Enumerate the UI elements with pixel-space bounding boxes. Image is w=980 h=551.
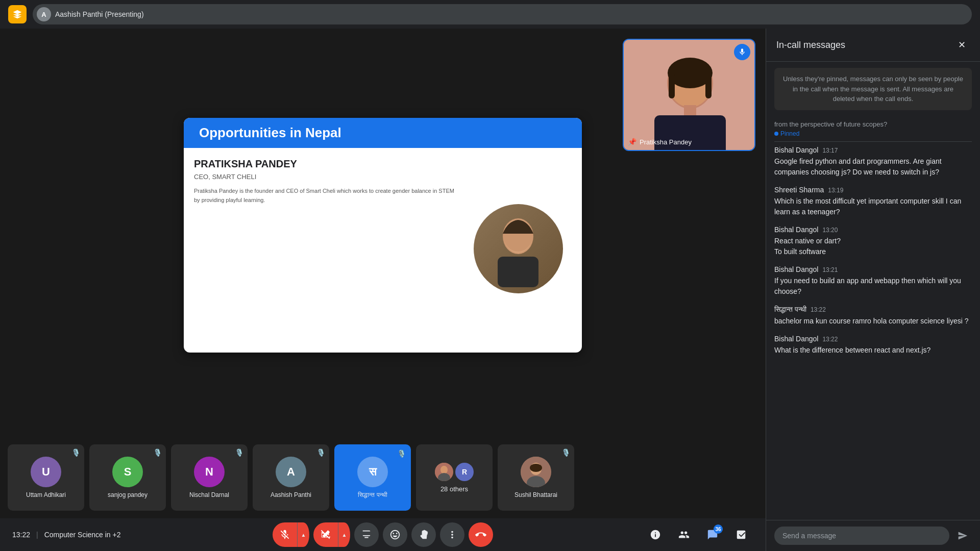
- chat-button[interactable]: 36: [700, 522, 725, 547]
- app-logo: [8, 5, 27, 23]
- svg-rect-9: [669, 73, 675, 98]
- slide-text: PRATIKSHA PANDEY CEO, SMART CHELI Pratik…: [194, 158, 459, 339]
- time-5: 13:22: [822, 336, 838, 343]
- chat-msg-header-4: सिद्धान्त पन्थी 13:22: [774, 305, 972, 314]
- meeting-time: 13:22: [12, 531, 30, 539]
- cam-button[interactable]: [313, 522, 338, 547]
- others-avatars-group: R: [435, 463, 474, 481]
- pin-dot: [774, 132, 778, 136]
- chat-badge: 36: [714, 524, 723, 534]
- sender-0: Bishal Dangol: [774, 146, 818, 154]
- chat-msg-header-3: Bishal Dangol 13:21: [774, 265, 972, 273]
- pinned-indicator: Pinned: [774, 130, 972, 137]
- text-3: If you need to build an app and webapp t…: [774, 276, 972, 297]
- name-sanjog: sanjog pandey: [108, 491, 148, 498]
- mic-control-group[interactable]: ▲: [273, 522, 309, 547]
- partial-message: from the perspective of future scopes? P…: [774, 120, 972, 142]
- bottom-controls: ▲ ▲: [273, 522, 493, 547]
- chat-message-0: Bishal Dangol 13:17 Google fired python …: [774, 146, 972, 178]
- presentation-wrapper: Opportunities in Nepal PRATIKSHA PANDEY …: [0, 29, 766, 437]
- participant-video-inner: [624, 40, 754, 150]
- pinned-label: Pinned: [780, 130, 799, 137]
- main-content: Opportunities in Nepal PRATIKSHA PANDEY …: [0, 29, 980, 551]
- mic-active-icon: [734, 44, 750, 60]
- chat-message-2: Bishal Dangol 13:20 React native or dart…: [774, 226, 972, 257]
- name-aashish: Aashish Panthi: [271, 491, 311, 498]
- chat-input[interactable]: [774, 527, 949, 545]
- chat-close-button[interactable]: ✕: [953, 37, 970, 53]
- others-count-label: 28 others: [440, 485, 468, 493]
- activities-button[interactable]: [729, 522, 753, 547]
- presenter-bar: A Aashish Panthi (Presenting): [33, 4, 972, 24]
- sender-4: सिद्धान्त पन्थी: [774, 305, 806, 314]
- sender-5: Bishal Dangol: [774, 335, 818, 343]
- sender-3: Bishal Dangol: [774, 265, 818, 273]
- svg-rect-2: [498, 257, 538, 287]
- chat-title: In-call messages: [776, 40, 845, 51]
- video-area: Opportunities in Nepal PRATIKSHA PANDEY …: [0, 29, 766, 551]
- participant-tile-nischal[interactable]: 🎙️ N Nischal Darnal: [171, 444, 248, 511]
- slide-person-name: PRATIKSHA PANDEY: [194, 158, 459, 170]
- svg-point-14: [440, 466, 448, 474]
- end-call-button[interactable]: [469, 522, 493, 547]
- info-button[interactable]: [643, 522, 668, 547]
- participant-tile-sushil[interactable]: 🎙️ Sushil Bhattarai: [498, 444, 574, 511]
- others-mini-1: [435, 463, 453, 481]
- presenter-avatar: A: [37, 7, 51, 21]
- present-button[interactable]: [354, 522, 379, 547]
- chat-message-4: सिद्धान्त पन्थी 13:22 bachelor ma kun co…: [774, 305, 972, 327]
- slide-inner: Opportunities in Nepal PRATIKSHA PANDEY …: [184, 118, 582, 353]
- name-siddhan: सिद्धान्त पन्थी: [358, 491, 387, 498]
- svg-rect-10: [705, 73, 712, 98]
- chat-msg-header-2: Bishal Dangol 13:20: [774, 226, 972, 234]
- participant-tile-uttam[interactable]: 🎙️ U Uttam Adhikari: [8, 444, 84, 511]
- text-1: Which is the most difficult yet importan…: [774, 196, 972, 217]
- mic-button[interactable]: [273, 522, 297, 547]
- sender-1: Shreeti Sharma: [774, 186, 824, 194]
- participant-name: Pratiksha Pandey: [640, 138, 692, 146]
- mic-off-icon-siddhan: 🎙️: [397, 449, 406, 458]
- presentation-slide: Opportunities in Nepal PRATIKSHA PANDEY …: [174, 113, 592, 358]
- emoji-button[interactable]: [383, 522, 407, 547]
- cam-control-group[interactable]: ▲: [313, 522, 350, 547]
- others-mini-2: R: [455, 463, 474, 481]
- avatar-siddhan: स: [357, 457, 388, 487]
- chat-message-3: Bishal Dangol 13:21 If you need to build…: [774, 265, 972, 297]
- time-divider: |: [36, 531, 38, 539]
- slide-photo: [464, 158, 572, 339]
- people-button[interactable]: [672, 522, 696, 547]
- avatar-sushil: [521, 457, 551, 487]
- time-1: 13:19: [828, 187, 843, 194]
- send-message-button[interactable]: [953, 527, 972, 545]
- participant-video-pratiksha: 📌 Pratiksha Pandey: [623, 39, 755, 151]
- more-options-button[interactable]: [440, 522, 464, 547]
- mic-off-icon-nischal: 🎙️: [235, 448, 243, 457]
- raise-hand-button[interactable]: [411, 522, 436, 547]
- participant-tile-others[interactable]: R 28 others: [416, 444, 493, 511]
- text-4: bachelor ma kun course ramro hola comput…: [774, 316, 972, 327]
- text-5: What is the difference between react and…: [774, 345, 972, 356]
- avatar-uttam: U: [31, 457, 61, 487]
- name-uttam: Uttam Adhikari: [26, 491, 66, 498]
- cam-arrow[interactable]: ▲: [338, 522, 350, 547]
- participant-tile-aashish[interactable]: 🎙️ A Aashish Panthi: [253, 444, 329, 511]
- text-0: Google fired python and dart programmers…: [774, 156, 972, 178]
- presenter-name: Aashish Panthi (Presenting): [55, 10, 144, 18]
- chat-message-5: Bishal Dangol 13:22 What is the differen…: [774, 335, 972, 356]
- chat-msg-header-0: Bishal Dangol 13:17: [774, 146, 972, 154]
- chat-panel: In-call messages ✕ Unless they're pinned…: [766, 29, 980, 551]
- participant-tile-siddhan[interactable]: 🎙️ स सिद्धान्त पन्थी: [334, 444, 411, 511]
- bottom-bar: 13:22 | Computer Science in +2 ▲: [0, 518, 766, 551]
- bottom-left: 13:22 | Computer Science in +2: [12, 531, 121, 539]
- chat-msg-header-5: Bishal Dangol 13:22: [774, 335, 972, 343]
- avatar-aashish: A: [276, 457, 306, 487]
- participant-tile-sanjog[interactable]: 🎙️ S sanjog pandey: [89, 444, 166, 511]
- bottom-right-controls: 36: [643, 522, 753, 547]
- svg-point-19: [530, 464, 542, 472]
- name-nischal: Nischal Darnal: [189, 491, 229, 498]
- participant-label: 📌 Pratiksha Pandey: [628, 138, 692, 146]
- chat-input-area: [766, 520, 980, 551]
- pin-icon: 📌: [628, 138, 636, 146]
- chat-messages-container[interactable]: from the perspective of future scopes? P…: [766, 116, 980, 520]
- mic-arrow[interactable]: ▲: [297, 522, 309, 547]
